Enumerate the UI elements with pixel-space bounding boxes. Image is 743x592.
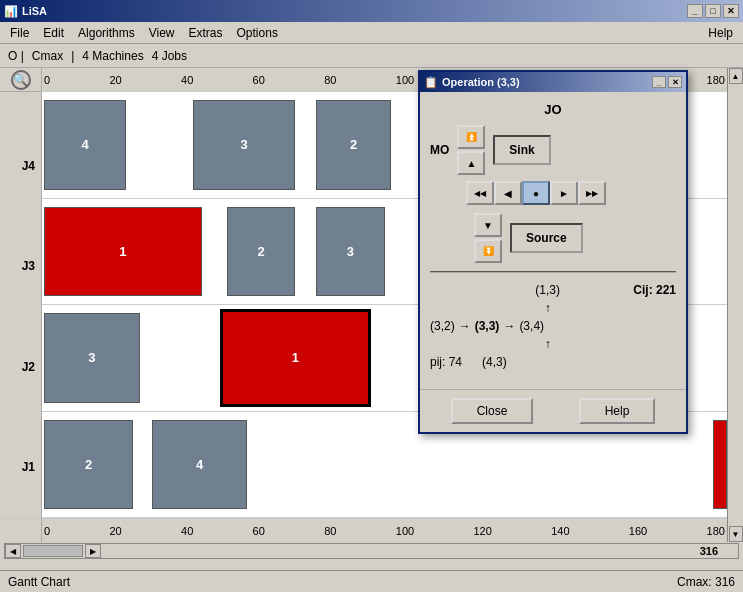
info-center-node: (3,3) [475,319,500,333]
scroll-thumb[interactable] [23,545,83,557]
menu-edit[interactable]: Edit [37,24,70,42]
gantt-bar-j3-2[interactable]: 2 [227,207,296,297]
dialog-title-right: _ ✕ [652,76,682,88]
nav-double-up-button[interactable]: ⏫ [457,125,485,149]
info-bottom-node: (4,3) [482,355,507,369]
gantt-bar-j1-4[interactable]: 4 [152,420,248,510]
gantt-bar-j4-2[interactable]: 2 [316,100,391,190]
gantt-bar-j2-3[interactable]: 3 [44,313,140,403]
maximize-button[interactable]: □ [705,4,721,18]
scroll-up-arrow[interactable]: ▲ [729,68,743,84]
row-label-j4: J4 [0,116,41,217]
x-label-60: 60 [253,74,265,86]
dialog-close-button[interactable]: ✕ [668,76,682,88]
menu-file[interactable]: File [4,24,35,42]
nav-current-button[interactable]: ● [522,181,550,205]
status-left: Gantt Chart [8,575,70,589]
dialog-minimize-button[interactable]: _ [652,76,666,88]
info-right-node: (3,4) [519,319,544,333]
x-axis-bottom: 0 20 40 60 80 100 120 140 160 180 [42,518,727,542]
gantt-bar-j2-1[interactable]: 1 [220,309,371,407]
vertical-scrollbar[interactable]: ▲ ▼ [727,68,743,542]
mo-label: MO [430,143,449,157]
dialog-title-bar: 📋 Operation (3,3) _ ✕ [420,72,686,92]
x-bottom-160: 160 [629,525,647,537]
title-bar: 📊 LiSA _ □ ✕ [0,0,743,22]
info-down-arrow: ↑ [545,337,551,351]
minimize-button[interactable]: _ [687,4,703,18]
menu-items: File Edit Algorithms View Extras Options [4,24,284,42]
x-label-0: 0 [44,74,50,86]
info-cij-label: Cij: 221 [633,283,676,297]
mo-nav-row: ◀◀ ◀ ● ► ▶▶ [466,181,676,205]
scroll-right-label: 316 [700,545,718,557]
menu-algorithms[interactable]: Algorithms [72,24,141,42]
scroll-left-arrow[interactable]: ◀ [5,544,21,558]
nav-up-button[interactable]: ▲ [457,151,485,175]
dialog-title-left: 📋 Operation (3,3) [424,76,520,89]
gantt-bar-j4-4[interactable]: 4 [44,100,126,190]
row-label-j1: J1 [0,418,41,519]
sink-label-box: Sink [493,135,550,165]
horizontal-scrollbar[interactable]: ◀ ▶ 316 [4,543,739,559]
gantt-bar-j4-3[interactable]: 3 [193,100,296,190]
close-button[interactable]: ✕ [723,4,739,18]
gantt-bar-j1-red [713,420,727,510]
info-right-arrow-1: → [459,319,471,333]
dialog-close-btn[interactable]: Close [451,398,534,424]
gantt-bar-j3-3[interactable]: 3 [316,207,385,297]
info-pij-label: pij: 74 [430,355,462,369]
x-label-40: 40 [181,74,193,86]
dialog-info: (1,3) ↑ (3,2) → (3,3) → (3,4) [430,279,676,379]
title-bar-controls: _ □ ✕ [687,4,739,18]
menu-extras[interactable]: Extras [183,24,229,42]
x-bottom-140: 140 [551,525,569,537]
toolbar-machines: 4 Machines [82,49,143,63]
jo-label-area: JO [430,102,676,117]
menu-view[interactable]: View [143,24,181,42]
row-label-j2: J2 [0,317,41,418]
menu-options[interactable]: Options [231,24,284,42]
nav-first-button[interactable]: ◀◀ [466,181,494,205]
dialog-separator [430,271,676,273]
nav-last-button[interactable]: ▶▶ [578,181,606,205]
toolbar: O | Cmax | 4 Machines 4 Jobs [0,44,743,68]
x-bottom-180: 180 [707,525,725,537]
dialog-content: JO MO ⏫ ▲ Sink ◀◀ ◀ [420,92,686,389]
dialog-help-btn[interactable]: Help [579,398,656,424]
app-title: LiSA [22,5,47,17]
x-bottom-80: 80 [324,525,336,537]
source-area: ▼ ⏬ Source [474,213,676,263]
x-bottom-40: 40 [181,525,193,537]
dialog-footer: Close Help [420,389,686,432]
source-label-box: Source [510,223,583,253]
status-right: Cmax: 316 [677,575,735,589]
status-bar: Gantt Chart Cmax: 316 [0,570,743,592]
gantt-bar-j3-1[interactable]: 1 [44,207,202,297]
nav-down-button[interactable]: ▼ [474,213,502,237]
toolbar-cmax: Cmax [32,49,63,63]
source-label: Source [526,231,567,245]
app-icon: 📊 [4,5,18,18]
x-label-100: 100 [396,74,414,86]
menu-bar: File Edit Algorithms View Extras Options… [0,22,743,44]
row-label-j3: J3 [0,217,41,318]
x-label-80: 80 [324,74,336,86]
info-left-node: (3,2) [430,319,455,333]
nav-next-button[interactable]: ► [550,181,578,205]
jo-label: JO [544,102,561,117]
x-bottom-60: 60 [253,525,265,537]
title-bar-left: 📊 LiSA [4,5,47,18]
menu-help[interactable]: Help [702,24,739,42]
search-icon[interactable]: 🔍 [11,70,31,90]
x-bottom-100: 100 [396,525,414,537]
nav-double-down-button[interactable]: ⏬ [474,239,502,263]
x-bottom-0: 0 [44,525,50,537]
scroll-right-arrow[interactable]: ▶ [85,544,101,558]
nav-prev-button[interactable]: ◀ [494,181,522,205]
info-right-arrow-2: → [503,319,515,333]
gantt-bar-j1-2[interactable]: 2 [44,420,133,510]
dialog-title: Operation (3,3) [442,76,520,88]
scroll-down-arrow[interactable]: ▼ [729,526,743,542]
info-top-node: (1,3) [535,283,560,297]
